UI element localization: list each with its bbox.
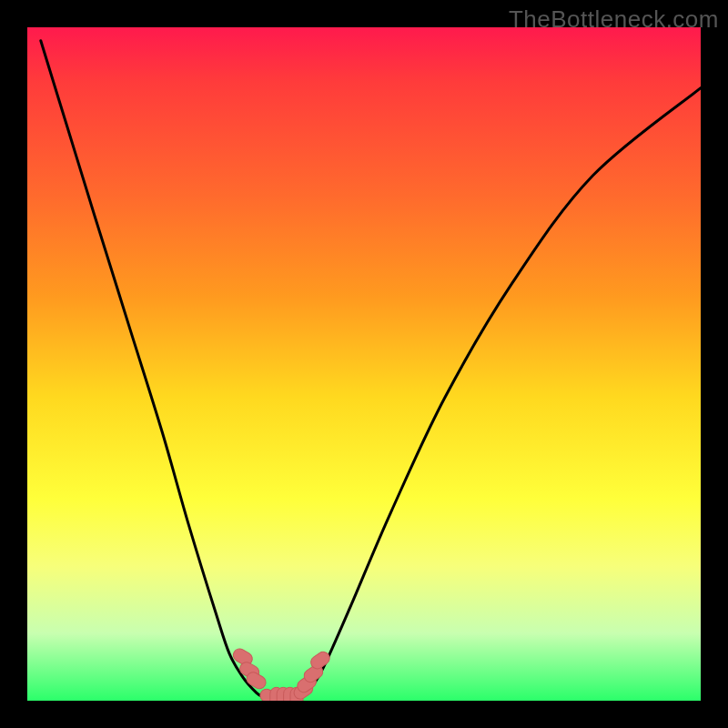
plot-area [27, 27, 701, 701]
outer-frame: TheBottleneck.com [0, 0, 728, 728]
series-right-curve [297, 88, 701, 700]
chart-svg [27, 27, 701, 701]
series-left-curve [41, 41, 270, 700]
